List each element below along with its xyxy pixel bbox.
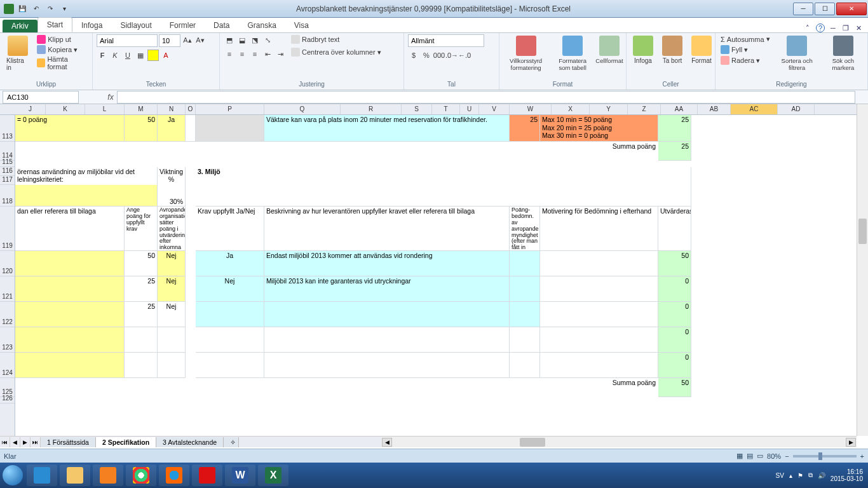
cell[interactable]: 0 — [658, 327, 691, 353]
align-right-icon[interactable]: ≡ — [249, 48, 261, 60]
border-button[interactable]: ▦ — [135, 50, 146, 61]
help-icon[interactable]: ? — [816, 24, 825, 32]
col-header-Z[interactable]: Z — [628, 104, 661, 114]
row-header-124[interactable]: 124 — [0, 353, 15, 378]
cell[interactable]: Nej — [158, 276, 186, 302]
cell[interactable]: 30% — [158, 185, 186, 207]
file-tab[interactable]: Arkiv — [3, 20, 37, 32]
row-header-122[interactable]: 122 — [0, 302, 15, 327]
row-header-116[interactable]: 116 — [0, 167, 15, 176]
cell[interactable] — [15, 276, 125, 302]
cell[interactable]: Väktare kan vara på plats inom 20 minute… — [264, 115, 510, 142]
cell[interactable] — [196, 353, 264, 378]
tab-infoga[interactable]: Infoga — [72, 18, 111, 32]
cell[interactable]: 50 — [658, 251, 691, 276]
cell[interactable] — [540, 302, 658, 327]
cell[interactable] — [691, 115, 845, 142]
tab-nav-first-icon[interactable]: ⏮ — [0, 437, 10, 447]
cell[interactable]: 50 — [125, 115, 158, 142]
italic-button[interactable]: K — [109, 50, 121, 61]
comma-icon[interactable]: 000 — [433, 50, 445, 61]
cell[interactable] — [196, 185, 691, 207]
cell-styles-button[interactable]: Cellformat — [597, 34, 622, 65]
cell[interactable]: Avropande organisation sätter poäng i ut… — [158, 207, 186, 251]
cell[interactable]: Viktning % — [158, 167, 186, 185]
row-header-119[interactable]: 119 — [0, 207, 15, 251]
col-header-AC[interactable]: AC — [731, 104, 778, 114]
tray-clock[interactable]: 16:16 2015-03-10 — [831, 468, 863, 482]
cell[interactable]: Miljöbil 2013 kan inte garanteras vid ut… — [264, 276, 510, 302]
cell[interactable] — [264, 302, 510, 327]
cells-area[interactable]: = 0 poäng 50 Ja Väktare kan vara på plat… — [15, 115, 857, 436]
align-middle-icon[interactable]: ⬓ — [236, 34, 248, 46]
zoom-in-button[interactable]: + — [860, 452, 864, 460]
taskbar-media[interactable] — [93, 464, 123, 486]
tab-sidlayout[interactable]: Sidlayout — [111, 18, 160, 32]
cell[interactable]: 0 — [658, 353, 691, 378]
align-center-icon[interactable]: ≡ — [236, 48, 248, 60]
tray-flag-icon[interactable]: ⚑ — [797, 472, 803, 479]
bold-button[interactable]: F — [97, 50, 108, 61]
underline-button[interactable]: U — [122, 50, 133, 61]
cell[interactable] — [15, 251, 125, 276]
zoom-thumb[interactable] — [818, 452, 822, 460]
col-header-K[interactable]: K — [46, 104, 85, 114]
row-header-113[interactable]: 113 — [0, 115, 15, 142]
row-header-121[interactable]: 121 — [0, 276, 15, 302]
row-headers[interactable]: 1131141151161171181191201211221231241251… — [0, 115, 15, 436]
font-name-combo[interactable]: Arial — [97, 34, 158, 47]
col-header-X[interactable]: X — [552, 104, 590, 114]
taskbar-firefox[interactable] — [159, 464, 189, 486]
align-bottom-icon[interactable]: ⬔ — [249, 34, 261, 46]
conditional-formatting-button[interactable]: Villkorsstyrd formatering — [503, 34, 548, 72]
name-box[interactable]: AC130 — [3, 91, 79, 104]
sheet-tab-2[interactable]: 2 Specifikation — [96, 437, 156, 447]
col-header-W[interactable]: W — [510, 104, 552, 114]
autosum-button[interactable]: Σ Autosumma ▾ — [719, 34, 771, 44]
col-header-N[interactable]: N — [158, 104, 186, 114]
workbook-close-icon[interactable]: ✕ — [854, 24, 863, 32]
cell[interactable] — [540, 251, 658, 276]
format-cells-button[interactable]: Format — [689, 34, 714, 65]
minimize-button[interactable]: ─ — [793, 3, 813, 15]
cell[interactable]: 25 — [125, 302, 158, 327]
hscroll-track[interactable] — [393, 438, 845, 447]
maximize-button[interactable]: ☐ — [815, 3, 835, 15]
cell[interactable]: dan eller referera till bilaga — [15, 207, 125, 251]
font-color-button[interactable]: A — [160, 50, 172, 61]
col-header-U[interactable]: U — [460, 104, 479, 114]
cell[interactable]: Ja — [196, 251, 264, 276]
row-header-115[interactable]: 115 — [0, 161, 15, 167]
zoom-slider[interactable] — [793, 455, 857, 458]
view-normal-icon[interactable]: ▦ — [736, 452, 743, 460]
col-header-T[interactable]: T — [432, 104, 460, 114]
cell[interactable]: Summa poäng — [510, 378, 658, 397]
shrink-font-icon[interactable]: A▾ — [194, 34, 206, 46]
taskbar-ie[interactable] — [27, 464, 57, 486]
cell[interactable] — [158, 327, 186, 353]
col-header-AA[interactable]: AA — [661, 104, 698, 114]
tray-lang[interactable]: SV — [776, 472, 784, 479]
tray-network-icon[interactable]: ⧉ — [808, 471, 813, 479]
row-header-117[interactable]: 117 — [0, 176, 15, 185]
col-header-R[interactable]: R — [341, 104, 402, 114]
format-painter-button[interactable]: Hämta format — [36, 55, 88, 71]
col-header-J[interactable]: J — [15, 104, 46, 114]
find-select-button[interactable]: Sök och markera — [823, 34, 864, 72]
row-header-123[interactable]: 123 — [0, 327, 15, 353]
taskbar-word[interactable]: W — [225, 464, 255, 486]
ribbon-minimize-icon[interactable]: ˄ — [803, 24, 812, 32]
tab-data[interactable]: Data — [205, 18, 238, 32]
workbook-restore-icon[interactable]: ❐ — [841, 24, 850, 32]
save-icon[interactable]: 💾 — [17, 3, 28, 15]
hscroll-thumb[interactable] — [520, 438, 545, 447]
currency-icon[interactable]: $ — [408, 50, 419, 61]
fx-icon[interactable]: fx — [104, 93, 117, 102]
cell[interactable]: = 0 poäng — [15, 115, 125, 142]
cell[interactable]: 25 — [510, 115, 540, 142]
orientation-icon[interactable]: ⤡ — [262, 34, 273, 46]
horizontal-scrollbar[interactable]: ◀ ▶ — [381, 436, 857, 447]
grow-font-icon[interactable]: A▴ — [182, 34, 193, 46]
cell[interactable]: Nej — [158, 251, 186, 276]
sheet-tab-1[interactable]: 1 Försättssida — [41, 437, 96, 447]
